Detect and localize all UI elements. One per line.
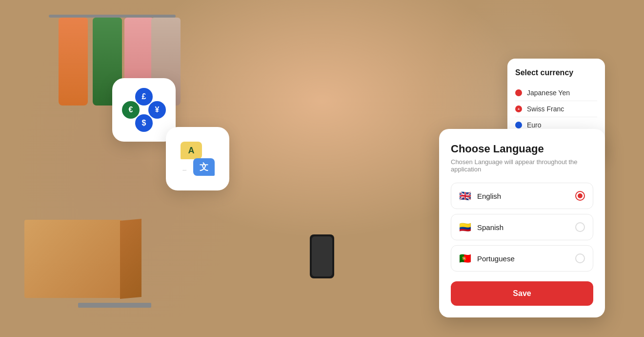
- translate-floating-card: A ··· 文: [166, 127, 229, 190]
- franc-dot: +: [515, 105, 522, 112]
- flag-english: 🇬🇧: [459, 190, 471, 202]
- language-left-portuguese: 🇵🇹 Portuguese: [459, 253, 515, 264]
- language-left-english: 🇬🇧 English: [459, 190, 501, 202]
- euro-coin: €: [122, 101, 140, 119]
- latin-text-bubble: A: [181, 142, 202, 159]
- language-name-portuguese: Portuguese: [477, 254, 515, 263]
- yen-coin: ¥: [148, 101, 166, 119]
- radio-portuguese[interactable]: [575, 253, 585, 263]
- language-name-english: English: [477, 192, 501, 200]
- language-option-spanish[interactable]: 🇨🇴 Spanish: [451, 214, 593, 240]
- currency-floating-card: £ € ¥ $: [112, 78, 176, 142]
- flag-portuguese: 🇵🇹: [459, 253, 471, 264]
- euro-label: Euro: [527, 121, 542, 129]
- dollar-coin: $: [135, 114, 153, 132]
- modal-subtitle: Chosen Language will appear throughout t…: [451, 158, 593, 173]
- cardboard-box: [24, 220, 122, 298]
- yen-dot: [515, 89, 522, 96]
- language-option-english[interactable]: 🇬🇧 English: [451, 183, 593, 209]
- laptop: [78, 303, 151, 308]
- radio-english[interactable]: [575, 191, 585, 201]
- chinese-text-bubble: 文: [193, 158, 215, 176]
- smartphone: [310, 234, 334, 278]
- currency-item-franc[interactable]: + Swiss Franc: [515, 101, 597, 117]
- save-button[interactable]: Save: [451, 281, 593, 306]
- franc-label: Swiss Franc: [527, 105, 564, 113]
- flag-spanish: 🇨🇴: [459, 221, 471, 233]
- currency-item-yen[interactable]: Japanese Yen: [515, 85, 597, 101]
- modal-title: Choose Language: [451, 143, 593, 155]
- currency-icons-grid: £ € ¥ $: [122, 88, 166, 132]
- currency-card-title: Select currency: [515, 68, 597, 77]
- translate-icon: A ··· 文: [181, 142, 215, 176]
- language-name-spanish: Spanish: [477, 223, 503, 232]
- radio-spanish[interactable]: [575, 222, 585, 232]
- euro-dot: [515, 122, 522, 128]
- yen-label: Japanese Yen: [527, 89, 570, 97]
- language-option-portuguese[interactable]: 🇵🇹 Portuguese: [451, 245, 593, 272]
- language-modal: Choose Language Chosen Language will app…: [439, 129, 605, 317]
- pound-coin: £: [135, 88, 153, 105]
- translate-dots: ···: [182, 168, 186, 173]
- language-left-spanish: 🇨🇴 Spanish: [459, 221, 503, 233]
